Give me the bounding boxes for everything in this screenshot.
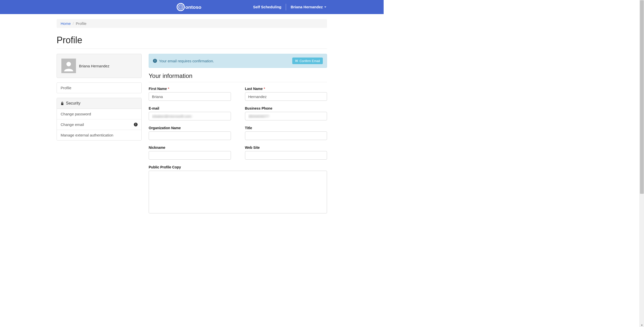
page-title: Profile xyxy=(57,35,327,45)
svg-text:ontoso: ontoso xyxy=(185,5,202,10)
security-header-label: Security xyxy=(66,101,80,106)
sidebar-item-profile[interactable]: Profile xyxy=(57,83,141,93)
confirm-email-button[interactable]: ✉ Confirm Email xyxy=(292,58,323,64)
profile-card: Briana Hernandez xyxy=(57,54,142,78)
org-name-field[interactable] xyxy=(149,131,231,140)
required-asterisk: * xyxy=(264,87,265,91)
nav-user-name: Briana Hernandez xyxy=(291,4,323,10)
email-label: E-mail xyxy=(149,106,231,110)
title-rule xyxy=(57,49,327,49)
title-label: Title xyxy=(245,126,327,130)
breadcrumb: Home / Profile xyxy=(57,19,327,28)
last-name-field[interactable] xyxy=(245,92,327,101)
nav-user-dropdown[interactable]: Briana Hernandez xyxy=(286,4,331,10)
svg-point-2 xyxy=(180,6,182,8)
alert-badge-icon: ! xyxy=(134,123,138,126)
svg-point-4 xyxy=(66,62,71,66)
security-item-manage-external-auth[interactable]: Manage external authentication xyxy=(57,130,141,140)
scrollbar[interactable]: ▲ ▼ xyxy=(639,0,644,327)
public-profile-copy-label: Public Profile Copy xyxy=(149,165,327,169)
public-profile-copy-field[interactable] xyxy=(149,171,327,213)
avatar xyxy=(61,59,76,73)
business-phone-field[interactable] xyxy=(245,112,327,120)
breadcrumb-current: Profile xyxy=(76,21,87,26)
web-site-label: Web Site xyxy=(245,146,327,150)
nickname-label: Nickname xyxy=(149,146,231,150)
info-icon: ! xyxy=(153,59,157,63)
svg-point-1 xyxy=(179,5,183,9)
email-confirmation-alert: ! Your email requires confirmation. ✉ Co… xyxy=(149,54,327,68)
first-name-field[interactable] xyxy=(149,92,231,101)
section-rule xyxy=(149,82,327,82)
scrollbar-thumb[interactable] xyxy=(640,0,644,194)
title-field[interactable] xyxy=(245,131,327,140)
main-content: ! Your email requires confirmation. ✉ Co… xyxy=(149,54,327,220)
last-name-label: Last Name * xyxy=(245,87,327,91)
security-item-change-password[interactable]: Change password xyxy=(57,109,141,119)
nickname-field[interactable] xyxy=(149,151,231,160)
security-item-label: Change password xyxy=(61,112,91,116)
security-panel: Security Change password Change email ! … xyxy=(57,98,142,141)
security-item-change-email[interactable]: Change email ! xyxy=(57,119,141,130)
email-field[interactable] xyxy=(149,112,231,120)
nav-self-scheduling[interactable]: Self Scheduling xyxy=(249,4,286,10)
nav-right: Self Scheduling Briana Hernandez xyxy=(249,0,379,14)
required-asterisk: * xyxy=(168,87,169,91)
business-phone-label: Business Phone xyxy=(245,106,327,110)
sidebar: Briana Hernandez Profile Security Change… xyxy=(57,54,142,145)
lock-icon xyxy=(61,102,64,105)
web-site-field[interactable] xyxy=(245,151,327,160)
top-header: ontoso Self Scheduling Briana Hernandez xyxy=(0,0,384,14)
scroll-down-icon[interactable]: ▼ xyxy=(641,324,643,326)
security-item-label: Change email xyxy=(61,122,84,127)
envelope-icon: ✉ xyxy=(295,59,298,63)
alert-message: Your email requires confirmation. xyxy=(159,59,214,63)
security-header: Security xyxy=(57,98,141,109)
breadcrumb-home[interactable]: Home xyxy=(61,21,71,26)
sidebar-nav: Profile xyxy=(57,82,142,93)
org-name-label: Organization Name xyxy=(149,126,231,130)
avatar-name: Briana Hernandez xyxy=(79,64,109,68)
section-title: Your information xyxy=(149,72,327,79)
security-item-label: Manage external authentication xyxy=(61,133,113,137)
caret-down-icon xyxy=(324,7,326,8)
breadcrumb-separator: / xyxy=(73,21,74,26)
first-name-label: First Name * xyxy=(149,87,231,91)
brand-logo[interactable]: ontoso xyxy=(176,2,208,12)
confirm-email-label: Confirm Email xyxy=(299,59,320,63)
